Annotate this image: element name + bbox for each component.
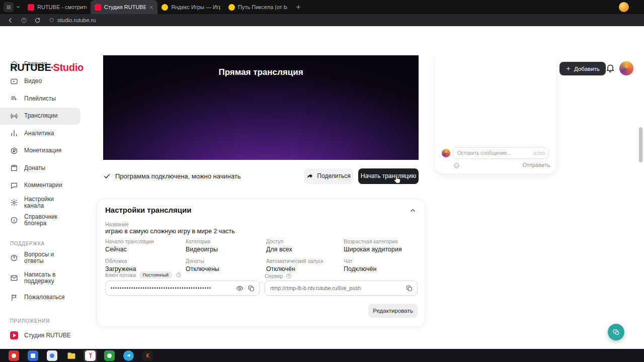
taskbar-file-explorer[interactable] <box>64 350 78 361</box>
field-label: Начало трансляции <box>105 238 186 244</box>
share-icon <box>306 172 313 179</box>
browser-tab-bar: RUTUBE - смотрите видео Студия RUTUBE Ян… <box>0 0 644 14</box>
chat-message-input[interactable] <box>453 150 533 156</box>
sidebar-item-blogger-guide[interactable]: Справочник блогера <box>0 212 85 229</box>
page-scrollbar-thumb[interactable] <box>639 127 642 162</box>
yandex-games-favicon <box>162 4 168 11</box>
sidebar-item-contact-support[interactable]: Написать в поддержку <box>0 267 85 289</box>
sidebar: Главная Видео Плейлисты Трансляции Анали… <box>0 55 85 349</box>
copy-key-icon[interactable] <box>248 285 255 292</box>
copy-server-icon[interactable] <box>406 285 413 292</box>
chat-user-avatar <box>442 149 450 157</box>
sidebar-item-channel-settings[interactable]: Настройки канала <box>0 194 85 212</box>
field-value: Широкая аудитория <box>344 246 418 253</box>
url-text: studio.rutube.ru <box>57 17 96 23</box>
taskbar-app-blue[interactable] <box>26 350 40 361</box>
sidebar-item-studio-app[interactable]: Студия RUTUBE <box>0 327 85 344</box>
taskbar-telegram[interactable] <box>122 350 135 361</box>
sidebar-item-analytics[interactable]: Аналитика <box>0 125 85 142</box>
browser-tab-game[interactable]: Путь Пиксела (от barabin <box>224 0 291 14</box>
chat-input-field: 0/200 <box>453 147 548 159</box>
sidebar-item-donations[interactable]: Донаты <box>0 159 85 177</box>
stream-key-input[interactable] <box>106 286 236 291</box>
sidebar-item-broadcasts[interactable]: Трансляции <box>0 108 80 125</box>
taskbar-kinopoisk[interactable] <box>141 350 154 361</box>
emoji-icon[interactable] <box>453 162 460 169</box>
question-icon <box>10 254 18 262</box>
new-tab-button[interactable] <box>295 4 301 10</box>
browser-address-bar: studio.rutube.ru Студия RUTUBE Спросить … <box>0 14 644 26</box>
monetization-icon <box>10 147 18 155</box>
sidebar-item-playlists[interactable]: Плейлисты <box>0 90 85 108</box>
field-cell: ДоступДля всех <box>266 238 344 253</box>
sidebar-item-video[interactable]: Видео <box>0 73 85 90</box>
stream-key-field <box>105 281 260 296</box>
notifications-bell-icon[interactable] <box>605 63 615 73</box>
broadcast-settings-card: Настройки трансляции Название играю в са… <box>97 199 425 327</box>
browser-tab-yandex-games[interactable]: Яндекс Игры — Игры онл <box>157 0 224 14</box>
live-chat-panel: 0/200 Отправить <box>435 55 556 173</box>
add-button[interactable]: Добавить <box>559 62 606 75</box>
tab-title: RUTUBE - смотрите видео <box>37 4 87 10</box>
sidebar-item-label: Монетизация <box>24 147 74 154</box>
game-favicon <box>228 4 235 11</box>
browser-tab-rutube[interactable]: RUTUBE - смотрите видео <box>24 0 91 14</box>
taskbar-app-red[interactable] <box>7 350 21 361</box>
sidebar-item-monetization[interactable]: Монетизация <box>0 142 85 160</box>
donate-icon <box>10 164 18 172</box>
collapse-chevron-up-icon[interactable] <box>409 207 417 214</box>
refresh-icon[interactable] <box>34 17 41 24</box>
playlist-icon <box>10 95 18 103</box>
tab-title: Студия RUTUBE <box>104 4 146 10</box>
guide-icon <box>10 216 18 224</box>
taskbar-app-light[interactable] <box>45 350 59 361</box>
flag-icon <box>10 294 18 302</box>
tab-list-button[interactable] <box>4 2 14 12</box>
channel-avatar[interactable] <box>619 61 633 75</box>
field-label: Доступ <box>266 238 344 244</box>
sidebar-item-report[interactable]: Пожаловаться <box>0 289 85 307</box>
sidebar-item-comments[interactable]: Комментарии <box>0 177 85 195</box>
rutube-app-icon <box>10 331 18 339</box>
miniplayer-fab-button[interactable] <box>608 324 624 340</box>
server-url-input[interactable] <box>265 285 406 291</box>
field-value: Для всех <box>266 246 344 253</box>
server-help-icon[interactable] <box>286 273 292 279</box>
field-value: Сейчас <box>105 246 186 253</box>
browser-profile-avatar[interactable] <box>619 2 629 12</box>
field-label: Чат <box>344 258 418 264</box>
stream-key-label: Ключ потока <box>105 272 136 278</box>
kinopoisk-icon <box>145 352 151 358</box>
stream-key-help-icon[interactable] <box>176 272 182 278</box>
tab-list-chevron-icon[interactable] <box>16 5 21 10</box>
help-circle-icon[interactable] <box>21 17 27 24</box>
taskbar-yandex-browser[interactable] <box>84 350 97 361</box>
settings-title: Настройки трансляции <box>105 206 192 214</box>
url-box[interactable]: studio.rutube.ru <box>49 17 96 23</box>
tab-close-icon[interactable] <box>149 5 153 10</box>
sidebar-item-faq[interactable]: Вопросы и ответы <box>0 249 85 267</box>
sidebar-item-label: Плейлисты <box>24 96 74 102</box>
tab-list-icon <box>6 5 12 10</box>
sidebar-item-label: Трансляции <box>24 113 74 119</box>
browser-tab-studio-active[interactable]: Студия RUTUBE <box>91 0 157 14</box>
edit-button[interactable]: Редактировать <box>368 304 418 318</box>
send-message-button[interactable]: Отправить <box>522 162 550 168</box>
start-broadcast-button[interactable]: Начать трансляцию <box>358 168 419 184</box>
start-button-label: Начать трансляцию <box>361 172 416 179</box>
field-value: Видеоигры <box>186 246 266 253</box>
back-icon[interactable] <box>7 17 14 24</box>
show-key-eye-icon[interactable] <box>236 285 244 292</box>
sidebar-item-label: Студия RUTUBE <box>24 332 74 339</box>
field-value: Отключены <box>186 265 266 273</box>
share-button[interactable]: Поделиться <box>304 168 353 184</box>
stream-key-type-badge[interactable]: Постоянный <box>139 272 172 279</box>
sidebar-item-label: Настройки канала <box>24 196 74 209</box>
taskbar-app-green[interactable] <box>103 350 116 361</box>
field-cell: Возрастная категорияШирокая аудитория <box>344 238 418 253</box>
stream-status-row: Программа подключена, можно начинать Под… <box>103 167 419 185</box>
field-cell: ДонатыОтключены <box>186 258 266 273</box>
field-cell: ОбложкаЗагружена <box>105 258 186 273</box>
field-cell: Автоматический запускОтключён <box>266 258 344 273</box>
analytics-icon <box>10 129 18 137</box>
